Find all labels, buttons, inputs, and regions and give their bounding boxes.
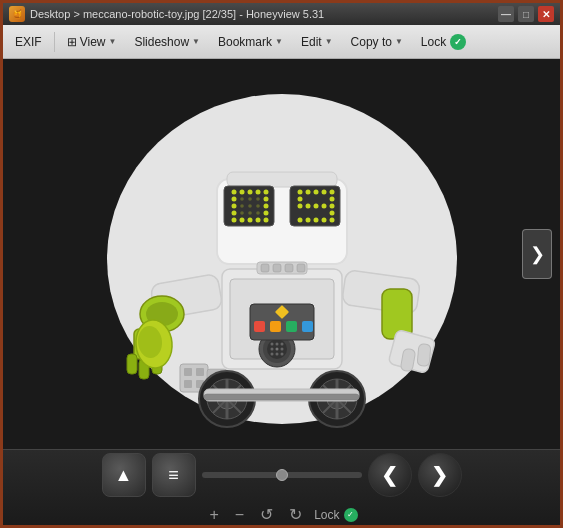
svg-point-61 — [321, 204, 326, 209]
svg-point-44 — [240, 204, 244, 208]
svg-point-12 — [280, 348, 283, 351]
svg-rect-84 — [184, 380, 192, 388]
app-icon: 🍯 — [9, 6, 25, 22]
exif-button[interactable]: EXIF — [7, 29, 50, 55]
svg-point-65 — [305, 218, 310, 223]
svg-point-27 — [247, 190, 252, 195]
prev-icon: ❮ — [381, 463, 398, 487]
svg-rect-80 — [127, 354, 137, 374]
up-icon: ▲ — [115, 465, 133, 486]
toolbar-separator-1 — [54, 32, 55, 52]
nav-right-icon: ❯ — [530, 243, 545, 265]
robot-image — [92, 74, 472, 434]
svg-rect-83 — [196, 368, 204, 376]
svg-point-60 — [313, 204, 318, 209]
zoom-out-icon: − — [235, 506, 244, 523]
view-icon: ⊞ — [67, 35, 77, 49]
svg-rect-73 — [297, 264, 305, 272]
svg-rect-107 — [204, 394, 359, 400]
titlebar-controls: — □ ✕ — [498, 6, 554, 22]
svg-point-7 — [270, 343, 273, 346]
zoom-out-button[interactable]: − — [231, 504, 248, 526]
zoom-slider[interactable] — [202, 472, 362, 478]
svg-point-33 — [263, 204, 268, 209]
svg-point-10 — [270, 348, 273, 351]
svg-point-36 — [231, 218, 236, 223]
copyto-label: Copy to — [351, 35, 392, 49]
svg-point-49 — [256, 211, 260, 215]
next-button[interactable]: ❯ — [418, 453, 462, 497]
minimize-button[interactable]: — — [498, 6, 514, 22]
svg-point-66 — [313, 218, 318, 223]
svg-point-63 — [329, 211, 334, 216]
zoom-in-icon: + — [209, 506, 218, 523]
svg-point-43 — [256, 197, 260, 201]
svg-rect-82 — [184, 368, 192, 376]
svg-point-45 — [248, 204, 252, 208]
svg-rect-20 — [286, 321, 297, 332]
lock-button[interactable]: Lock ✓ — [413, 29, 474, 55]
bottom-bar: ▲ ≡ ❮ ❯ + − ↺ ↻ Lock ✓ — [3, 449, 560, 528]
zoom-slider-thumb — [276, 469, 288, 481]
titlebar-left: 🍯 Desktop > meccano-robotic-toy.jpg [22/… — [9, 6, 324, 22]
bottom-controls-row2: + − ↺ ↻ Lock ✓ — [205, 503, 357, 526]
svg-point-52 — [305, 190, 310, 195]
svg-point-8 — [275, 343, 278, 346]
view-button[interactable]: ⊞ View ▼ — [59, 29, 125, 55]
svg-point-62 — [329, 204, 334, 209]
svg-point-31 — [263, 197, 268, 202]
rotate-right-button[interactable]: ↻ — [285, 503, 306, 526]
rotate-right-icon: ↻ — [289, 506, 302, 523]
slideshow-label: Slideshow — [134, 35, 189, 49]
image-area: ❯ — [3, 59, 560, 449]
copyto-dropdown-arrow: ▼ — [395, 37, 403, 46]
slideshow-dropdown-arrow: ▼ — [192, 37, 200, 46]
svg-point-55 — [329, 190, 334, 195]
svg-point-11 — [275, 348, 278, 351]
svg-point-29 — [263, 190, 268, 195]
svg-point-64 — [297, 218, 302, 223]
titlebar-text: Desktop > meccano-robotic-toy.jpg [22/35… — [30, 8, 324, 20]
svg-rect-71 — [273, 264, 281, 272]
bookmark-button[interactable]: Bookmark ▼ — [210, 29, 291, 55]
svg-rect-70 — [261, 264, 269, 272]
up-button[interactable]: ▲ — [102, 453, 146, 497]
edit-button[interactable]: Edit ▼ — [293, 29, 341, 55]
svg-rect-91 — [417, 344, 431, 367]
svg-point-34 — [231, 211, 236, 216]
menu-button[interactable]: ≡ — [152, 453, 196, 497]
nav-arrow-right[interactable]: ❯ — [522, 229, 552, 279]
svg-point-30 — [231, 197, 236, 202]
svg-point-67 — [321, 218, 326, 223]
svg-point-35 — [263, 211, 268, 216]
svg-point-48 — [248, 211, 252, 215]
titlebar: 🍯 Desktop > meccano-robotic-toy.jpg [22/… — [3, 3, 560, 25]
bookmark-label: Bookmark — [218, 35, 272, 49]
exif-label: EXIF — [15, 35, 42, 49]
svg-point-9 — [280, 343, 283, 346]
rotate-left-icon: ↺ — [260, 506, 273, 523]
slideshow-button[interactable]: Slideshow ▼ — [126, 29, 208, 55]
bottom-controls-row1: ▲ ≡ ❮ ❯ — [102, 453, 462, 497]
menu-icon: ≡ — [168, 465, 179, 486]
svg-point-13 — [270, 353, 273, 356]
maximize-button[interactable]: □ — [518, 6, 534, 22]
bottom-lock-check-icon: ✓ — [344, 508, 358, 522]
prev-button[interactable]: ❮ — [368, 453, 412, 497]
zoom-in-button[interactable]: + — [205, 504, 222, 526]
rotate-left-button[interactable]: ↺ — [256, 503, 277, 526]
svg-point-41 — [240, 197, 244, 201]
app-icon-glyph: 🍯 — [12, 9, 23, 19]
svg-point-57 — [329, 197, 334, 202]
svg-point-68 — [329, 218, 334, 223]
svg-point-58 — [297, 204, 302, 209]
copyto-button[interactable]: Copy to ▼ — [343, 29, 411, 55]
svg-point-56 — [297, 197, 302, 202]
svg-rect-21 — [302, 321, 313, 332]
bottom-lock-text: Lock — [314, 508, 339, 522]
svg-point-39 — [255, 218, 260, 223]
edit-label: Edit — [301, 35, 322, 49]
close-button[interactable]: ✕ — [538, 6, 554, 22]
svg-rect-19 — [270, 321, 281, 332]
next-icon: ❯ — [431, 463, 448, 487]
